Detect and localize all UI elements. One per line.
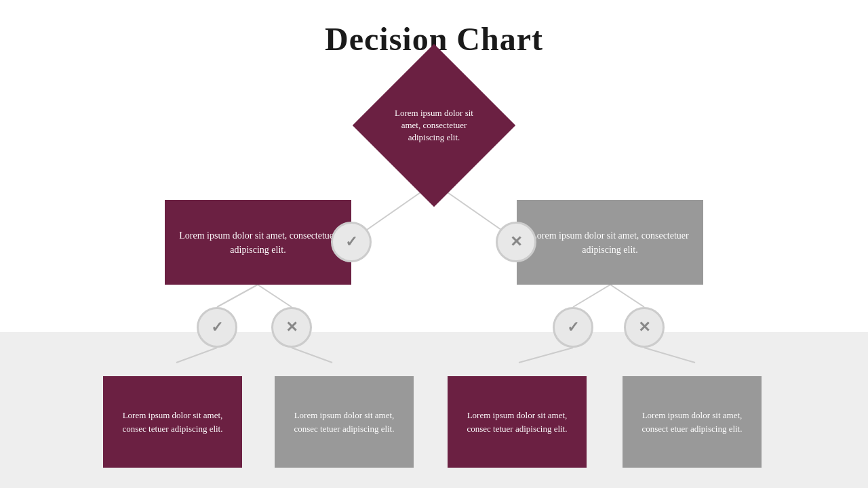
level2-left-cross: ✕	[271, 307, 312, 348]
leaf-ll-text: Lorem ipsum dolor sit amet, consec tetue…	[111, 409, 234, 435]
check-icon-3: ✓	[567, 319, 579, 336]
level1-right-cross-badge: ✕	[496, 222, 536, 262]
cross-icon-4: ✕	[638, 319, 650, 336]
level2-left-check: ✓	[197, 307, 237, 348]
check-icon: ✓	[345, 233, 357, 251]
leaf-rl: Lorem ipsum dolor sit amet, consec tetue…	[448, 376, 587, 468]
cross-icon: ✕	[510, 233, 522, 251]
leaf-rx: Lorem ipsum dolor sit amet, consect etue…	[623, 376, 762, 468]
leaf-lx: Lorem ipsum dolor sit amet, consec tetue…	[275, 376, 414, 468]
leaf-rx-text: Lorem ipsum dolor sit amet, consect etue…	[631, 409, 753, 435]
leaf-rl-text: Lorem ipsum dolor sit amet, consec tetue…	[456, 409, 578, 435]
leaf-ll: Lorem ipsum dolor sit amet, consec tetue…	[103, 376, 242, 468]
level1-left-text: Lorem ipsum dolor sit amet, consectetuer…	[175, 228, 341, 257]
level1-right-text: Lorem ipsum dolor sit amet, consectetuer…	[527, 228, 693, 257]
leaf-lx-text: Lorem ipsum dolor sit amet, consec tetue…	[283, 409, 406, 435]
level1-left-check-badge: ✓	[331, 222, 372, 262]
level2-right-check: ✓	[553, 307, 593, 348]
check-icon-2: ✓	[211, 319, 223, 336]
level1-right-box: Lorem ipsum dolor sit amet, consectetuer…	[517, 200, 703, 285]
level1-left-box: Lorem ipsum dolor sit amet, consectetuer…	[165, 200, 351, 285]
cross-icon-2: ✕	[285, 319, 298, 336]
level2-right-cross: ✕	[624, 307, 665, 348]
diamond-text: Lorem ipsum dolor sit amet, consectetuer…	[376, 68, 492, 183]
